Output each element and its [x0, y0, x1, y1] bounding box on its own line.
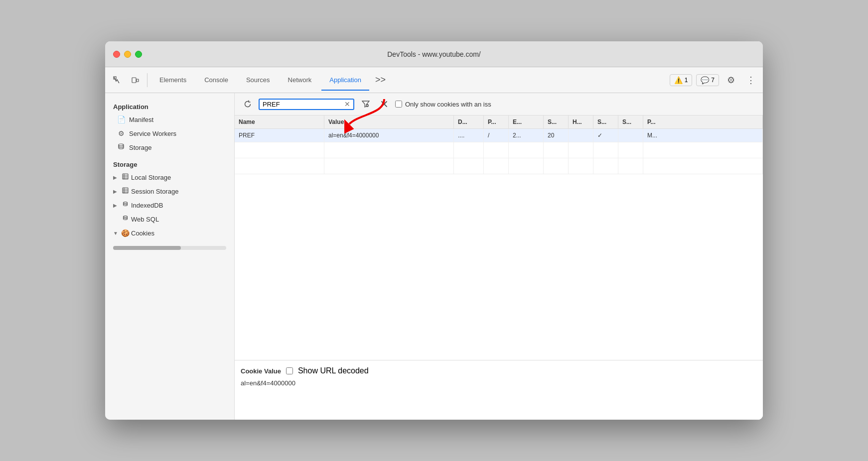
- empty-row-2: [235, 158, 763, 174]
- sidebar-item-local-storage-label: Local Storage: [131, 174, 171, 181]
- header-size: S...: [544, 115, 569, 128]
- more-tabs-button[interactable]: >>: [371, 72, 390, 88]
- svg-rect-1: [132, 78, 136, 83]
- header-expires: E...: [509, 115, 544, 128]
- cell-name: PREF: [235, 129, 324, 142]
- toolbar: Elements Console Sources Network Applica…: [105, 67, 763, 93]
- cookie-toolbar: ✕: [235, 93, 763, 115]
- cookie-value-header: Cookie Value Show URL decoded: [241, 366, 757, 375]
- cookie-value-title: Cookie Value: [241, 367, 281, 375]
- chat-count: 7: [711, 77, 715, 84]
- header-secure: S...: [593, 115, 618, 128]
- cell-domain: ....: [454, 129, 484, 142]
- inspect-element-button[interactable]: [109, 72, 125, 88]
- content-pane: ✕: [235, 93, 763, 420]
- service-workers-icon: ⚙: [117, 129, 125, 137]
- tab-console[interactable]: Console: [196, 73, 236, 87]
- toolbar-separator: [147, 73, 147, 87]
- cookies-icon: 🍪: [121, 229, 129, 237]
- cell-httponly: [569, 129, 593, 142]
- cookie-toolbar-wrapper: ✕: [235, 93, 763, 115]
- refresh-button[interactable]: [241, 97, 255, 111]
- sidebar-item-manifest-label: Manifest: [129, 116, 153, 123]
- svg-point-3: [119, 144, 124, 146]
- sidebar-item-web-sql[interactable]: ▶ Web SQL: [105, 212, 234, 226]
- header-value: Value: [324, 115, 454, 128]
- cell-priority: M...: [643, 129, 763, 142]
- tab-network[interactable]: Network: [280, 73, 320, 87]
- sidebar-item-service-workers-label: Service Workers: [129, 130, 176, 137]
- sidebar-item-local-storage[interactable]: ▶ Local Storage: [105, 170, 234, 184]
- cell-samesite: [618, 129, 643, 142]
- show-url-decoded-checkbox[interactable]: [286, 367, 293, 374]
- cell-value: al=en&f4=4000000: [324, 129, 454, 142]
- tab-sources[interactable]: Sources: [238, 73, 278, 87]
- minimize-button[interactable]: [124, 51, 131, 58]
- app-section-title: Application: [105, 99, 234, 113]
- tab-elements[interactable]: Elements: [151, 73, 194, 87]
- sidebar-item-storage[interactable]: Storage: [105, 140, 234, 155]
- toolbar-right: ⚠️ 1 💬 7 ⚙ ⋮: [670, 72, 759, 88]
- table-row[interactable]: PREF al=en&f4=4000000 .... / 2... 20 ✓ M…: [235, 129, 763, 142]
- web-sql-icon: [121, 215, 129, 223]
- issues-filter-text: Only show cookies with an iss: [405, 101, 491, 108]
- show-url-decoded-label: Show URL decoded: [298, 366, 369, 375]
- header-priority: P...: [643, 115, 763, 128]
- header-path: P...: [484, 115, 509, 128]
- device-mode-button[interactable]: [127, 72, 143, 88]
- tab-application[interactable]: Application: [321, 73, 369, 87]
- settings-button[interactable]: ⚙: [723, 72, 739, 88]
- warning-icon: ⚠️: [674, 76, 683, 84]
- sidebar-item-manifest[interactable]: 📄 Manifest: [105, 113, 234, 126]
- sidebar-item-service-workers[interactable]: ⚙ Service Workers: [105, 126, 234, 140]
- header-samesite: S...: [618, 115, 643, 128]
- storage-app-icon: [117, 143, 125, 152]
- sidebar-item-cookies-label: Cookies: [131, 230, 154, 237]
- chat-badge[interactable]: 💬 7: [696, 74, 719, 86]
- traffic-lights: [113, 51, 142, 58]
- svg-point-15: [123, 216, 127, 218]
- warning-count: 1: [685, 77, 688, 84]
- window-title: DevTools - www.youtube.com/: [387, 50, 481, 58]
- search-box: ✕: [259, 99, 354, 110]
- cookie-value-panel: Cookie Value Show URL decoded al=en&f4=4…: [235, 360, 763, 420]
- local-storage-arrow: ▶: [113, 175, 119, 180]
- sidebar-item-storage-label: Storage: [129, 144, 152, 151]
- search-clear-button[interactable]: ✕: [344, 101, 350, 108]
- table-header: Name Value D... P... E... S... H... S...…: [235, 115, 763, 129]
- local-storage-icon: [121, 173, 129, 181]
- warning-badge[interactable]: ⚠️ 1: [670, 74, 693, 86]
- svg-point-14: [123, 202, 127, 204]
- cell-size: 20: [544, 129, 569, 142]
- sidebar-scrollbar[interactable]: [113, 246, 226, 250]
- filter-button[interactable]: [358, 97, 373, 111]
- sidebar-item-indexeddb-label: IndexedDB: [131, 202, 163, 209]
- titlebar: DevTools - www.youtube.com/: [105, 41, 763, 67]
- empty-row-1: [235, 142, 763, 158]
- cookie-value-text: al=en&f4=4000000: [241, 379, 757, 387]
- clear-filter-button[interactable]: [377, 97, 391, 111]
- sidebar-item-web-sql-label: Web SQL: [131, 216, 159, 223]
- header-domain: D...: [454, 115, 484, 128]
- issues-filter-checkbox[interactable]: [395, 101, 402, 108]
- header-name: Name: [235, 115, 324, 128]
- sidebar-item-cookies[interactable]: ▼ 🍪 Cookies: [105, 226, 234, 240]
- main-content: Application 📄 Manifest ⚙ Service Workers…: [105, 93, 763, 420]
- session-storage-icon: [121, 187, 129, 195]
- sidebar-item-session-storage[interactable]: ▶ Session Storage: [105, 184, 234, 198]
- chat-icon: 💬: [701, 76, 709, 84]
- cookie-table: Name Value D... P... E... S... H... S...…: [235, 115, 763, 360]
- cell-secure: ✓: [593, 129, 618, 142]
- search-input[interactable]: [263, 101, 342, 108]
- maximize-button[interactable]: [135, 51, 142, 58]
- header-httponly: H...: [569, 115, 593, 128]
- close-button[interactable]: [113, 51, 120, 58]
- sidebar-item-indexeddb[interactable]: ▶ IndexedDB: [105, 198, 234, 212]
- storage-section-title: Storage: [105, 155, 234, 170]
- svg-rect-2: [137, 79, 139, 82]
- issues-filter-label[interactable]: Only show cookies with an iss: [395, 101, 491, 108]
- more-options-button[interactable]: ⋮: [743, 72, 759, 88]
- indexeddb-arrow: ▶: [113, 203, 119, 208]
- more-icon: ⋮: [746, 75, 755, 86]
- manifest-icon: 📄: [117, 115, 125, 123]
